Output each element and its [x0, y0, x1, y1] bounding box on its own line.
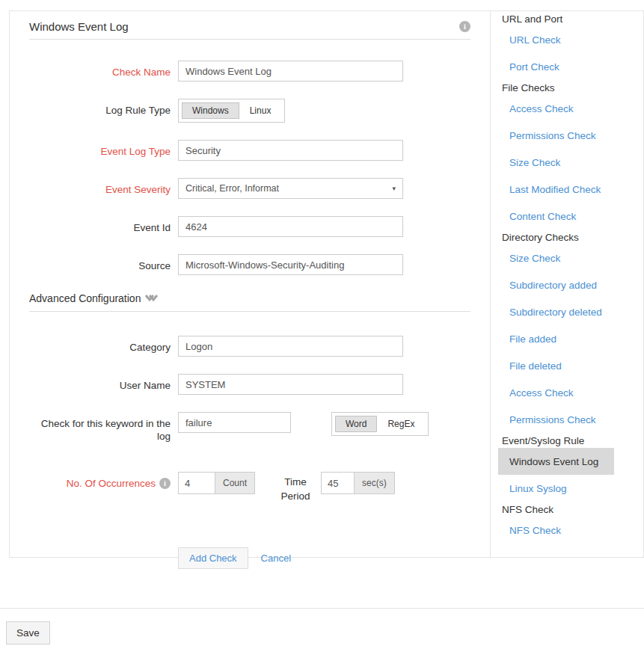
form-actions: Add Check Cancel	[29, 547, 470, 569]
page: Windows Event Log i Check Name Log Rule …	[0, 0, 644, 652]
sidebar-item-dir-access-check[interactable]: Access Check	[491, 379, 643, 406]
check-name-row: Check Name	[29, 61, 470, 82]
log-rule-type-row: Log Rule Type Windows Linux	[29, 99, 470, 123]
add-check-button[interactable]: Add Check	[178, 547, 248, 569]
occurrences-row: No. Of Occurrences i Count Time Period s…	[29, 472, 470, 503]
sidebar-header-nfs-check: NFS Check	[491, 502, 643, 517]
sidebar-item-file-deleted[interactable]: File deleted	[491, 352, 643, 379]
keyword-match-option-word[interactable]: Word	[335, 416, 377, 432]
save-button[interactable]: Save	[6, 621, 50, 645]
occurrence-count-group: Count	[178, 472, 255, 494]
event-id-input[interactable]	[178, 216, 403, 237]
time-period-group: sec(s)	[321, 472, 395, 494]
log-rule-type-option-windows[interactable]: Windows	[182, 102, 239, 119]
event-severity-select[interactable]: Critical, Error, Informat ▾	[178, 178, 403, 199]
time-period-input[interactable]	[321, 472, 355, 494]
check-config-container: Windows Event Log i Check Name Log Rule …	[9, 10, 644, 558]
footer-divider	[0, 608, 644, 609]
sidebar-item-url-check[interactable]: URL Check	[491, 26, 643, 53]
keyword-row: Check for this keyword in the log Word R…	[29, 412, 470, 443]
sidebar-item-permissions-check[interactable]: Permissions Check	[491, 122, 643, 149]
check-form-panel: Windows Event Log i Check Name Log Rule …	[10, 11, 491, 557]
source-label: Source	[29, 254, 178, 275]
info-icon[interactable]: i	[459, 21, 470, 32]
page-title: Windows Event Log	[29, 20, 129, 33]
check-name-input[interactable]	[178, 61, 403, 82]
sidebar-item-linux-syslog[interactable]: Linux Syslog	[491, 475, 643, 502]
keyword-label: Check for this keyword in the log	[29, 412, 178, 443]
sidebar-item-subdirectory-deleted[interactable]: Subdirectory deleted	[491, 298, 643, 325]
sidebar-item-last-modified-check[interactable]: Last Modified Check	[491, 176, 643, 203]
occurrences-label-wrap: No. Of Occurrences i	[29, 472, 178, 503]
occurrence-count-input[interactable]	[178, 472, 215, 494]
event-severity-value: Critical, Error, Informat	[185, 183, 279, 194]
category-label: Category	[29, 336, 178, 357]
sidebar-header-event-syslog-rule: Event/Syslog Rule	[491, 433, 643, 448]
source-input[interactable]	[178, 254, 403, 275]
keyword-input[interactable]	[178, 412, 291, 433]
category-input[interactable]	[178, 336, 403, 357]
sidebar-item-dir-size-check[interactable]: Size Check	[491, 244, 643, 271]
sidebar-header-file-checks: File Checks	[491, 80, 643, 95]
form-title-row: Windows Event Log i	[29, 20, 470, 40]
sidebar-item-windows-event-log-active[interactable]: Windows Event Log	[498, 448, 614, 475]
sidebar-item-content-check[interactable]: Content Check	[491, 203, 643, 230]
sidebar-header-url-and-port: URL and Port	[491, 11, 643, 26]
advanced-section-divider	[29, 311, 470, 312]
source-row: Source	[29, 254, 470, 275]
sidebar-item-size-check[interactable]: Size Check	[491, 149, 643, 176]
event-id-row: Event Id	[29, 216, 470, 237]
advanced-configuration-toggle[interactable]: Advanced Configuration	[29, 292, 470, 304]
occurrences-info-icon[interactable]: i	[159, 478, 171, 489]
user-name-row: User Name	[29, 374, 470, 395]
event-id-label: Event Id	[29, 216, 178, 237]
event-severity-row: Event Severity Critical, Error, Informat…	[29, 178, 470, 199]
keyword-match-toggle: Word RegEx	[331, 412, 429, 436]
sidebar-item-file-added[interactable]: File added	[491, 325, 643, 352]
double-chevron-down-icon	[145, 295, 158, 303]
sidebar-item-subdirectory-added[interactable]: Subdirectory added	[491, 271, 643, 298]
log-rule-type-label: Log Rule Type	[29, 99, 178, 123]
event-log-type-input[interactable]	[178, 140, 403, 161]
event-log-type-row: Event Log Type	[29, 140, 470, 161]
event-severity-label: Event Severity	[29, 178, 178, 199]
sidebar-item-access-check[interactable]: Access Check	[491, 95, 643, 122]
time-period-unit: sec(s)	[355, 472, 395, 494]
cancel-link[interactable]: Cancel	[261, 553, 291, 564]
chevron-down-icon: ▾	[392, 185, 396, 192]
user-name-label: User Name	[29, 374, 178, 395]
check-types-sidebar: URL and Port URL Check Port Check File C…	[491, 11, 643, 557]
log-rule-type-toggle: Windows Linux	[178, 99, 285, 123]
occurrence-count-unit: Count	[215, 472, 255, 494]
user-name-input[interactable]	[178, 374, 403, 395]
event-log-type-label: Event Log Type	[29, 140, 178, 161]
occurrences-label: No. Of Occurrences	[67, 477, 156, 490]
advanced-configuration-label: Advanced Configuration	[29, 292, 141, 304]
check-name-label: Check Name	[29, 61, 178, 82]
sidebar-item-nfs-check[interactable]: NFS Check	[491, 517, 643, 544]
category-row: Category	[29, 336, 470, 357]
time-period-label: Time Period	[277, 475, 313, 503]
sidebar-header-directory-checks: Directory Checks	[491, 230, 643, 244]
sidebar-item-dir-permissions-check[interactable]: Permissions Check	[491, 406, 643, 433]
log-rule-type-option-linux[interactable]: Linux	[239, 102, 282, 119]
keyword-match-option-regex[interactable]: RegEx	[377, 416, 425, 432]
sidebar-item-port-check[interactable]: Port Check	[491, 53, 643, 80]
